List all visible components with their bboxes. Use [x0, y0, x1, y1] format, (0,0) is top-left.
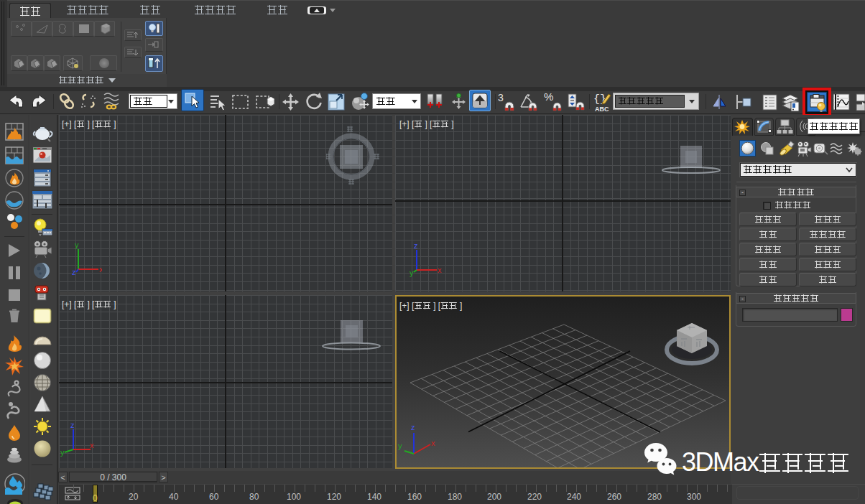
svg-text:x: x	[431, 439, 435, 447]
svg-text:z: z	[414, 241, 418, 250]
svg-text:x: x	[99, 265, 102, 274]
svg-text:ABC: ABC	[595, 106, 609, 113]
svg-text:z: z	[411, 423, 415, 431]
svg-text:y: y	[410, 269, 414, 277]
svg-text:y: y	[398, 442, 402, 450]
svg-text:%: %	[544, 91, 553, 103]
svg-text:3: 3	[498, 92, 504, 103]
svg-text:z: z	[70, 421, 75, 429]
svg-text:z: z	[72, 268, 76, 276]
svg-text:x: x	[438, 266, 442, 274]
svg-text:y: y	[75, 241, 79, 249]
svg-text:x: x	[90, 441, 94, 449]
svg-text:y: y	[60, 448, 65, 457]
